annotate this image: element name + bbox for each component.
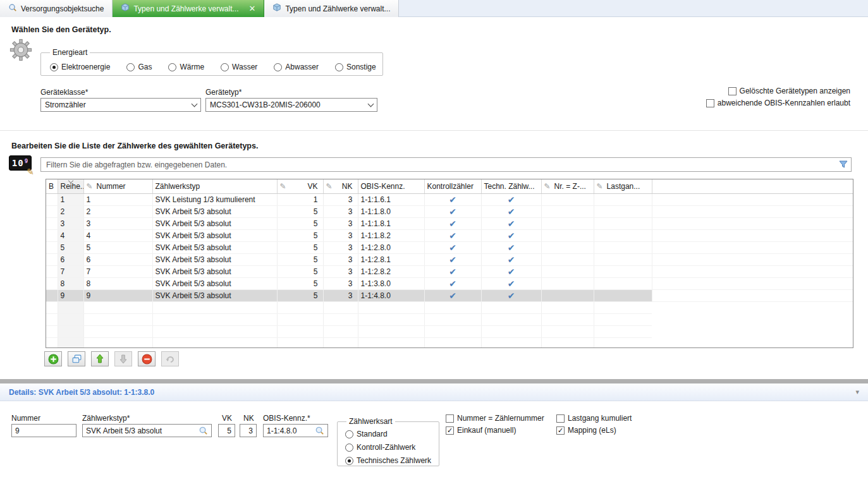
obis-input[interactable]: 1-1:4.8.0 — [263, 424, 328, 437]
zaehlwerkstyp-input[interactable]: SVK Arbeit 5/3 absolut — [82, 424, 212, 437]
table-row[interactable]: 99SVK Arbeit 5/3 absolut531-1:4.8.0✔✔ — [46, 289, 853, 301]
radio-sonstige[interactable]: Sonstige — [335, 63, 376, 71]
tab-versorgungsobjektsuche[interactable]: Versorgungsobjektsuche — [0, 0, 113, 17]
tab-label: Versorgungsobjektsuche — [21, 4, 104, 13]
cell-zaehlwerkstyp: SVK Arbeit 5/3 absolut — [152, 241, 277, 253]
cell-b — [46, 277, 58, 289]
checkbox-einkauf-manuell[interactable]: ✓Einkauf (manuell) — [446, 426, 544, 435]
lookup-magnifier-icon[interactable] — [315, 426, 324, 435]
cell-kontrollzaehler: ✔ — [424, 229, 481, 241]
table-row[interactable]: 55SVK Arbeit 5/3 absolut531-1:2.8.0✔✔ — [46, 241, 853, 253]
arrow-up-icon — [95, 354, 105, 364]
filter-input[interactable] — [40, 157, 852, 172]
cell-b — [46, 241, 58, 253]
table-row[interactable]: 44SVK Arbeit 5/3 absolut531-1:1.8.2✔✔ — [46, 229, 853, 241]
radio-circle — [345, 444, 353, 452]
radio-technisches-zählwerk[interactable]: Technisches Zählwerk — [345, 456, 431, 465]
checkbox-abweichende-obis-kennzahlen-erlaubt[interactable]: abweichende OBIS-Kennzahlen erlaubt — [706, 99, 850, 107]
geraeteklasse-select[interactable]: Stromzähler — [40, 98, 201, 112]
cell-nummer: 8 — [83, 277, 152, 289]
table-row[interactable]: 22SVK Arbeit 5/3 absolut531-1:1.8.0✔✔ — [46, 205, 853, 217]
radio-gas[interactable]: Gas — [126, 63, 152, 71]
cell-nummer: 3 — [83, 217, 152, 229]
checkbox-label: Gelöschte Gerätetypen anzeigen — [740, 87, 850, 95]
cell-obis: 1-1:1.8.0 — [358, 205, 424, 217]
cell-b — [46, 205, 58, 217]
cell-nr-z — [541, 265, 594, 277]
collapse-chevron-icon[interactable]: ▾ — [855, 388, 859, 396]
checkbox-nummer-zählernummer[interactable]: Nummer = Zählernummer — [446, 414, 544, 423]
table-empty-row — [46, 313, 853, 325]
cell-techn-zaehlwerk: ✔ — [481, 241, 541, 253]
table-row[interactable]: 88SVK Arbeit 5/3 absolut531-1:3.8.0✔✔ — [46, 277, 853, 289]
radio-kontroll-zählwerk[interactable]: Kontroll-Zählwerk — [345, 443, 431, 452]
cell-nummer: 2 — [83, 205, 152, 217]
cell-nummer: 1 — [83, 193, 152, 205]
cell-nr-z — [541, 229, 594, 241]
col-header-reihenfolge[interactable]: Reihe... — [58, 179, 83, 193]
splitter-handle[interactable] — [0, 379, 868, 383]
cell-b — [46, 217, 58, 229]
checkbox-mapping-els[interactable]: ✓Mapping (eLs) — [556, 426, 632, 435]
cell-vk: 5 — [277, 217, 323, 229]
checkbox-gelöschte-gerätetypen-anzeigen[interactable]: Gelöschte Gerätetypen anzeigen — [728, 87, 850, 95]
col-header-nr-z[interactable]: ✎Nr. = Z-... — [541, 179, 594, 193]
move-up-button[interactable] — [91, 351, 109, 366]
cell — [481, 337, 541, 348]
tab-typen-zaehlwerke-1[interactable]: Typen und Zählwerke verwalt... ✕ — [113, 0, 264, 17]
close-icon[interactable]: ✕ — [249, 4, 256, 13]
col-header-vk[interactable]: ✎VK — [277, 179, 323, 193]
delete-button[interactable] — [138, 351, 156, 366]
table-row[interactable]: 33SVK Arbeit 5/3 absolut531-1:1.8.1✔✔ — [46, 217, 853, 229]
check-icon: ✔ — [508, 291, 515, 301]
radio-wärme[interactable]: Wärme — [168, 63, 204, 71]
table-row[interactable]: 66SVK Arbeit 5/3 absolut531-1:2.8.1✔✔ — [46, 253, 853, 265]
cell-nr-z — [541, 277, 594, 289]
table-row[interactable]: 11SVK Leistung 1/3 kumulierent131-1:1.6.… — [46, 193, 853, 205]
cell-zaehlwerkstyp: SVK Arbeit 5/3 absolut — [152, 229, 277, 241]
checkbox-label: Lastgang kumuliert — [568, 414, 632, 423]
col-header-techn-zaehlwerk[interactable]: Techn. Zählw... — [481, 179, 541, 193]
cell-b — [46, 265, 58, 277]
geraetetyp-select[interactable]: MCS301-CW31B-20MIS-206000 — [205, 98, 377, 112]
cell-kontrollzaehler: ✔ — [424, 217, 481, 229]
col-header-obis[interactable]: OBIS-Kennz. — [358, 179, 424, 193]
details-header-bar: Details: SVK Arbeit 5/3 absolut: 1-1:3.8… — [0, 383, 868, 401]
radio-standard[interactable]: Standard — [345, 430, 431, 438]
arrow-down-icon — [118, 354, 128, 364]
cell-reihenfolge — [58, 313, 83, 325]
radio-label: Sonstige — [346, 63, 376, 71]
gear-icon — [9, 39, 32, 61]
lookup-magnifier-icon[interactable] — [199, 426, 208, 435]
radio-abwasser[interactable]: Abwasser — [274, 63, 319, 71]
cell — [424, 301, 481, 313]
cell-b — [46, 313, 58, 325]
cell-reihenfolge: 8 — [58, 277, 83, 289]
col-header-kontrollzaehler[interactable]: Kontrollzähler — [424, 179, 481, 193]
radio-wasser[interactable]: Wasser — [221, 63, 257, 71]
cell-vk: 5 — [277, 205, 323, 217]
cell — [277, 325, 323, 337]
cell-techn-zaehlwerk: ✔ — [481, 277, 541, 289]
col-header-b[interactable]: B — [46, 179, 58, 193]
cell-lastgang — [594, 265, 652, 277]
cell-kontrollzaehler: ✔ — [424, 265, 481, 277]
filter-funnel-icon[interactable] — [838, 159, 848, 169]
nummer-input[interactable]: 9 — [11, 424, 76, 437]
table-row[interactable]: 77SVK Arbeit 5/3 absolut531-1:2.8.2✔✔ — [46, 265, 853, 277]
check-icon: ✔ — [449, 231, 456, 241]
copy-button[interactable] — [68, 351, 85, 366]
add-button[interactable] — [44, 351, 62, 366]
radio-elektroenergie[interactable]: Elektroenergie — [50, 63, 110, 71]
geraetetyp-value: MCS301-CW31B-20MIS-206000 — [210, 100, 321, 109]
col-header-nk[interactable]: ✎NK — [323, 179, 358, 193]
col-header-lastgang[interactable]: ✎Lastgan... — [594, 179, 652, 193]
vk-input[interactable]: 5 — [218, 424, 235, 437]
checkbox-lastgang-kumuliert[interactable]: Lastgang kumuliert — [556, 414, 632, 423]
tab-typen-zaehlwerke-2[interactable]: Typen und Zählwerke verwalt... — [264, 0, 399, 17]
col-header-nummer[interactable]: ✎Nummer — [83, 179, 152, 193]
cell-reihenfolge: 1 — [58, 193, 83, 205]
nk-input[interactable]: 3 — [240, 424, 257, 437]
col-header-zaehlwerkstyp[interactable]: Zählwerkstyp — [152, 179, 277, 193]
cell-nummer: 4 — [83, 229, 152, 241]
